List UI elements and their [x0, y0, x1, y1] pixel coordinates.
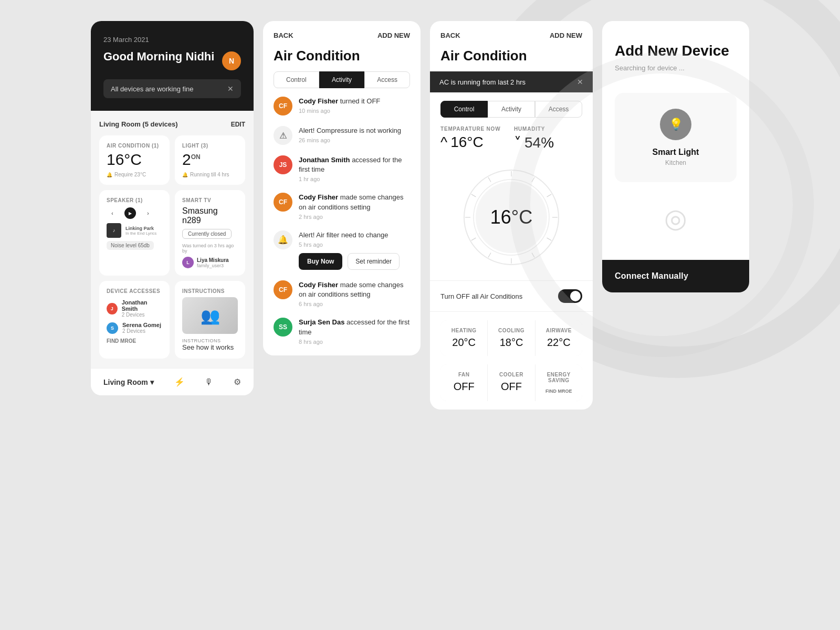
- svg-line-9: [471, 238, 476, 240]
- activity-time-4: 2 hrs ago: [299, 214, 410, 220]
- toggle-row: Turn OFF all Air Conditions: [430, 280, 593, 312]
- tabs-row: Control Activity Access: [263, 71, 421, 88]
- device-grid: AIR CONDITION (1) 16°C Require 23°C LIGH…: [99, 135, 245, 185]
- instructions-title: INSTRUCTIONS: [182, 288, 238, 294]
- settings-icon[interactable]: ⚙: [234, 377, 241, 387]
- speaker-card[interactable]: SPEAKER (1) ‹ ▶ › ♪ Linking Park In the …: [99, 190, 170, 276]
- microphone-icon[interactable]: 🎙: [205, 377, 213, 387]
- light-footer: Running till 4 hrs: [182, 172, 238, 177]
- find-more-energy[interactable]: FIND MROE: [545, 388, 572, 394]
- user2-name: Serena Gomej: [122, 322, 161, 328]
- cooling-cell[interactable]: COOLING 18°C: [488, 320, 534, 356]
- ac-toggle-switch[interactable]: [558, 289, 582, 303]
- temperature-dial[interactable]: 16°C: [430, 160, 593, 280]
- instructions-sub: INSTRUCTIONS: [182, 338, 238, 343]
- back-button[interactable]: BACK: [274, 32, 293, 39]
- notification-close-icon[interactable]: ✕: [577, 78, 583, 86]
- activity-bell-icon: 🔔: [274, 230, 292, 249]
- activity-list: CF Cody Fisher turned it OFF 10 mins ago…: [263, 97, 421, 355]
- activity-item: 🔔 Alert! Air filter need to change 5 hrs…: [274, 230, 410, 270]
- set-reminder-button[interactable]: Set reminder: [348, 253, 400, 270]
- prev-button[interactable]: ‹: [107, 207, 118, 219]
- user2-count: 2 Devices: [122, 328, 161, 334]
- add-device-title: Add New Device: [615, 42, 737, 60]
- access-card: DEVICE ACCESSES J Jonathan Smith 2 Devic…: [99, 281, 170, 359]
- instructions-card[interactable]: INSTRUCTIONS 👥 INSTRUCTIONS See how it w…: [175, 281, 245, 359]
- lightning-icon[interactable]: ⚡: [174, 377, 185, 387]
- instructions-illustration: 👥: [201, 307, 220, 325]
- ac-panel-title: Air Condition: [430, 39, 593, 71]
- status-text: All devices are working fine: [111, 85, 194, 93]
- next-button[interactable]: ›: [142, 207, 154, 219]
- device-found-name: Smart Light: [653, 148, 699, 157]
- heating-label: HEATING: [445, 328, 483, 333]
- status-bar: All devices are working fine ✕: [103, 79, 241, 98]
- ac-tab-access[interactable]: Access: [535, 101, 582, 118]
- ac-add-new-button[interactable]: ADD NEW: [550, 32, 582, 39]
- energy-saving-label: Energy Saving: [540, 372, 578, 383]
- access-title: DEVICE ACCESSES: [107, 288, 162, 294]
- light-value: 2ON: [182, 152, 238, 167]
- add-device-body: Add New Device Searching for device ... …: [602, 21, 749, 260]
- activity-text-2: Alert! Compressure is not working: [299, 126, 410, 135]
- room-selector[interactable]: Living Room ▾: [103, 378, 154, 386]
- user2-avatar: S: [107, 322, 118, 334]
- airwave-value: 22°C: [540, 337, 578, 349]
- connect-manually-button[interactable]: Connect Manually: [602, 260, 749, 292]
- airwave-cell[interactable]: AIRWAVE 22°C: [536, 320, 582, 356]
- tab-activity[interactable]: Activity: [319, 71, 365, 88]
- play-button[interactable]: ▶: [124, 207, 136, 219]
- device-row2: SPEAKER (1) ‹ ▶ › ♪ Linking Park In the …: [99, 190, 245, 276]
- activity-alert-icon: ⚠: [274, 126, 292, 145]
- find-more-link[interactable]: FIND MROE: [107, 338, 162, 344]
- user-avatar[interactable]: N: [222, 51, 241, 70]
- bulb-icon: 💡: [669, 118, 683, 131]
- fan-cell[interactable]: FAN OFF: [440, 364, 487, 401]
- activity-time-2: 26 mins ago: [299, 137, 410, 143]
- ac-back-button[interactable]: BACK: [440, 32, 460, 39]
- dial-circle[interactable]: 16°C: [459, 165, 564, 270]
- activity-avatar-1: CF: [274, 97, 292, 116]
- activity-time-5: 5 hrs ago: [299, 242, 410, 248]
- dashboard-body: Living Room (5 devices) EDIT AIR CONDITI…: [91, 111, 254, 368]
- close-icon[interactable]: ✕: [227, 85, 234, 93]
- access-user-2: S Serena Gomej 2 Devices: [107, 322, 162, 334]
- temperature-display: TEMPARATURE NOW ^ 16°C: [440, 126, 509, 151]
- activity-text-1: Cody Fisher turned it OFF: [299, 97, 410, 106]
- activity-item: CF Cody Fisher made some changes on air …: [274, 193, 410, 219]
- ac-tab-control[interactable]: Control: [440, 101, 488, 118]
- cooler-cell[interactable]: COOLER OFF: [488, 364, 534, 401]
- buy-now-button[interactable]: Buy Now: [299, 253, 342, 270]
- speaker-controls: ‹ ▶ ›: [107, 207, 162, 219]
- add-new-button[interactable]: ADD NEW: [377, 32, 410, 39]
- svg-line-11: [471, 194, 476, 197]
- speaker-label: SPEAKER (1): [107, 197, 162, 203]
- activity-time-7: 8 hrs ago: [299, 339, 410, 345]
- ac-tab-activity[interactable]: Activity: [488, 101, 535, 118]
- humidity-display: HUMADITY ˅ 54%: [514, 126, 582, 151]
- heating-cell[interactable]: HEATING 20°C: [440, 320, 487, 356]
- svg-line-5: [547, 238, 552, 240]
- fingerprint-icon[interactable]: ◎: [664, 203, 687, 234]
- device-found-location: Kitchen: [665, 159, 686, 166]
- tab-access[interactable]: Access: [364, 71, 410, 88]
- song-artist: Linking Park: [125, 226, 156, 231]
- activity-item: JS Jonathan Smith accessed for the first…: [274, 155, 410, 182]
- activity-avatar-7: SS: [274, 318, 292, 337]
- tv-status: Currently closed: [182, 229, 232, 239]
- smart-tv-card[interactable]: SMART TV Smasung n289 Currently closed W…: [175, 190, 245, 276]
- activity-time-6: 6 hrs ago: [299, 301, 410, 307]
- edit-button[interactable]: EDIT: [231, 121, 245, 128]
- humidity-down-arrow: ˅: [514, 134, 521, 151]
- humidity-label: HUMADITY: [514, 126, 582, 132]
- svg-line-3: [547, 194, 552, 197]
- air-condition-card[interactable]: AIR CONDITION (1) 16°C Require 23°C: [99, 135, 170, 185]
- svg-line-12: [488, 177, 491, 182]
- ac-label: AIR CONDITION (1): [107, 143, 162, 149]
- tv-user-row: L Liya Miskura family_user3: [182, 257, 238, 268]
- light-card[interactable]: LIGHT (3) 2ON Running till 4 hrs: [175, 135, 245, 185]
- add-device-panel: Add New Device Searching for device ... …: [602, 21, 749, 292]
- energy-saving-cell[interactable]: Energy Saving FIND MROE: [536, 364, 582, 401]
- fingerprint-area[interactable]: ◎: [615, 193, 737, 244]
- tab-control[interactable]: Control: [274, 71, 319, 88]
